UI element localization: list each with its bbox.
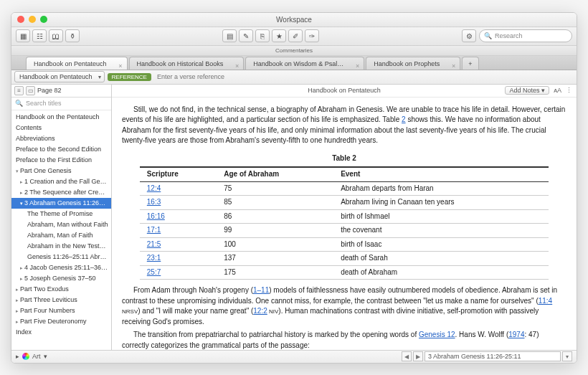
nav-prev-button[interactable]: ◀ xyxy=(402,351,412,361)
toc-item[interactable]: Part Three Leviticus xyxy=(11,295,111,305)
toc-item[interactable]: Abraham, Man without Faith xyxy=(11,219,111,230)
verse-link[interactable]: 23:1 xyxy=(147,254,161,262)
citation-link[interactable]: 1974 xyxy=(508,331,524,338)
resource-select[interactable]: Handbook on Pentateuch xyxy=(14,71,105,82)
verse-link[interactable]: 12:2 xyxy=(253,307,267,315)
resource-tab[interactable]: Handbook on Wisdom & Psal…× xyxy=(245,57,364,70)
toc-item[interactable]: Abraham, Man of Faith xyxy=(11,230,111,241)
toc-item[interactable]: Part One Genesis xyxy=(11,166,111,176)
close-tab-icon[interactable]: × xyxy=(235,60,239,72)
new-tab-button[interactable]: + xyxy=(462,57,478,70)
search-placeholder: Research xyxy=(495,32,523,39)
close-tab-icon[interactable]: × xyxy=(356,60,359,72)
table-row: 23:1137death of Sarah xyxy=(140,252,549,266)
minimize-window-button[interactable] xyxy=(29,16,36,23)
table-row: 16:385Abraham living in Canaan ten years xyxy=(140,196,549,210)
resource-tab[interactable]: Handbook on Historical Books× xyxy=(129,57,245,70)
calendar-button[interactable]: ☷ xyxy=(32,29,47,42)
table-row: 12:475Abraham departs from Haran xyxy=(140,181,549,196)
table-row: 21:5100birth of Isaac xyxy=(140,237,549,252)
research-search[interactable]: 🔍 Research xyxy=(479,29,572,42)
reference-mode-badge[interactable]: REFERENCE xyxy=(108,73,151,81)
toc-item[interactable]: Genesis 11:26–25:11 Abraham xyxy=(11,252,111,262)
page-icon[interactable]: ▭ xyxy=(26,86,35,95)
toc-item[interactable]: Preface to the First Edition xyxy=(11,155,111,166)
note-button[interactable]: ✎ xyxy=(239,29,253,42)
contents-icon[interactable]: ≡ xyxy=(14,86,24,95)
verse-link[interactable]: 16:16 xyxy=(147,212,165,220)
location-field[interactable]: 3 Abraham Genesis 11:26-25:11 xyxy=(425,351,561,361)
verse-link[interactable]: 1–11 xyxy=(253,286,269,294)
toc-item[interactable]: 2 The Sequence after Creation and t… xyxy=(11,187,111,198)
search-icon: 🔍 xyxy=(484,32,492,39)
toc-item[interactable]: Part Five Deuteronomy xyxy=(11,316,111,327)
verse-link[interactable]: 12:4 xyxy=(147,184,161,192)
toc-item[interactable]: Handbook on the Pentateuch xyxy=(11,112,111,123)
toc-item[interactable]: Preface to the Second Edition xyxy=(11,144,111,155)
section-label: Commentaries xyxy=(11,46,577,56)
verse-link[interactable]: 16:3 xyxy=(147,198,161,206)
resource-tab[interactable]: Handbook on Prophets× xyxy=(366,57,460,70)
add-notes-button[interactable]: Add Notes ▾ xyxy=(505,86,549,95)
app-window: Workspace ▦ ☷ 🕮 ⚱ ▤ ✎ ⎘ ★ ✐ ✑ ⚙ 🔍 Resear… xyxy=(11,12,577,364)
toc-item[interactable]: 3 Abraham Genesis 11:26–25:11 xyxy=(11,198,111,209)
close-window-button[interactable] xyxy=(17,16,24,23)
paragraph: From Adam through Noah's progeny (1–11) … xyxy=(122,285,566,327)
star-button[interactable]: ★ xyxy=(272,29,286,42)
table-header: Scripture xyxy=(140,167,217,181)
copy-button[interactable]: ⎘ xyxy=(255,29,270,42)
toc-item[interactable]: 5 Joseph Genesis 37–50 xyxy=(11,273,111,284)
main-toolbar: ▦ ☷ 🕮 ⚱ ▤ ✎ ⎘ ★ ✐ ✑ ⚙ 🔍 Research xyxy=(11,27,577,46)
text-size-control[interactable]: ᴀA xyxy=(554,87,561,94)
close-tab-icon[interactable]: × xyxy=(118,60,122,72)
palette-icon[interactable] xyxy=(22,353,29,360)
content-header: Handbook on Pentateuch Add Notes ▾ ᴀA ⋮ xyxy=(112,85,577,98)
toc-item[interactable]: 4 Jacob Genesis 25:11–36:42 xyxy=(11,262,111,273)
tools-button[interactable]: ⚱ xyxy=(65,29,80,42)
page-number-label: Page 82 xyxy=(37,87,62,94)
disclosure-icon[interactable]: ▸ xyxy=(16,353,19,360)
toc-item[interactable]: Abbreviations xyxy=(11,133,111,144)
toc-item[interactable]: Abraham in the New Testament xyxy=(11,241,111,252)
scripture-table: ScriptureAge of AbrahamEvent 12:475Abrah… xyxy=(140,166,549,280)
close-tab-icon[interactable]: × xyxy=(452,60,455,72)
search-icon: 🔍 xyxy=(15,100,23,107)
toc-item[interactable]: Index xyxy=(11,327,111,338)
table-row: 17:199the covenant xyxy=(140,224,549,238)
highlight-button[interactable]: ▤ xyxy=(222,29,237,42)
pen-button[interactable]: ✑ xyxy=(305,29,319,42)
sidebar-header: ≡ ▭ Page 82 xyxy=(11,85,111,98)
toc-item[interactable]: Part Two Exodus xyxy=(11,284,111,295)
toc-item[interactable]: Part Four Numbers xyxy=(11,305,111,316)
toc-item[interactable]: Contents xyxy=(11,123,111,133)
paragraph: Still, we do not find, in the technical … xyxy=(122,105,566,146)
settings-button[interactable]: ⚙ xyxy=(462,29,476,42)
zoom-window-button[interactable] xyxy=(40,16,47,23)
sidebar: ≡ ▭ Page 82 🔍 Search titles Handbook on … xyxy=(11,85,112,350)
main-pane: Handbook on Pentateuch Add Notes ▾ ᴀA ⋮ … xyxy=(112,85,577,350)
table-header: Age of Abraham xyxy=(217,167,333,181)
paragraph: The transition from prepatriarchal to pa… xyxy=(122,330,566,350)
tab-bar: Handbook on Pentateuch×Handbook on Histo… xyxy=(11,56,577,70)
view-options-button[interactable]: ⋮ xyxy=(566,87,572,94)
resource-tab[interactable]: Handbook on Pentateuch× xyxy=(26,57,128,70)
location-menu-button[interactable]: ▾ xyxy=(562,351,572,361)
reading-pane[interactable]: Still, we do not find, in the technical … xyxy=(112,98,577,350)
table-title: Table 2 xyxy=(122,153,566,164)
titlebar: Workspace xyxy=(11,13,577,27)
verse-link[interactable]: 17:1 xyxy=(147,226,161,234)
verse-link[interactable]: 25:7 xyxy=(147,268,161,276)
content-title: Handbook on Pentateuch xyxy=(308,87,381,94)
verse-link[interactable]: 21:5 xyxy=(147,240,161,248)
dropdown-icon[interactable]: ▾ xyxy=(44,353,47,360)
bookmarks-button[interactable]: 🕮 xyxy=(49,29,63,42)
verse-link[interactable]: 11:4 xyxy=(539,297,552,305)
verse-link[interactable]: Genesis 12 xyxy=(419,331,455,338)
toc-item[interactable]: The Theme of Promise xyxy=(11,209,111,219)
toc-item[interactable]: 1 Creation and the Fall Genesis 1–3 xyxy=(11,176,111,187)
library-button[interactable]: ▦ xyxy=(16,29,30,42)
sidebar-search[interactable]: 🔍 Search titles xyxy=(11,98,111,110)
reference-input[interactable] xyxy=(154,72,574,82)
nav-next-button[interactable]: ▶ xyxy=(413,351,423,361)
pencil-button[interactable]: ✐ xyxy=(288,29,303,42)
